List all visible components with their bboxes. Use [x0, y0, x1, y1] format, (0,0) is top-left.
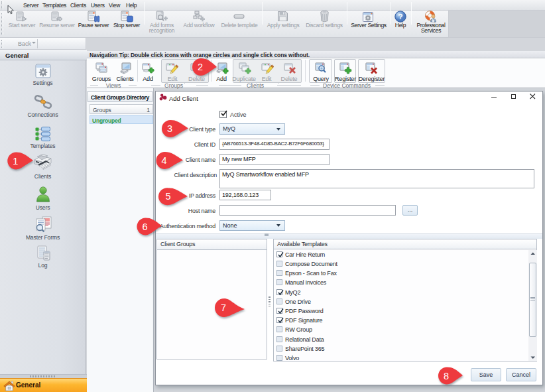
- svg-text:?: ?: [398, 13, 402, 21]
